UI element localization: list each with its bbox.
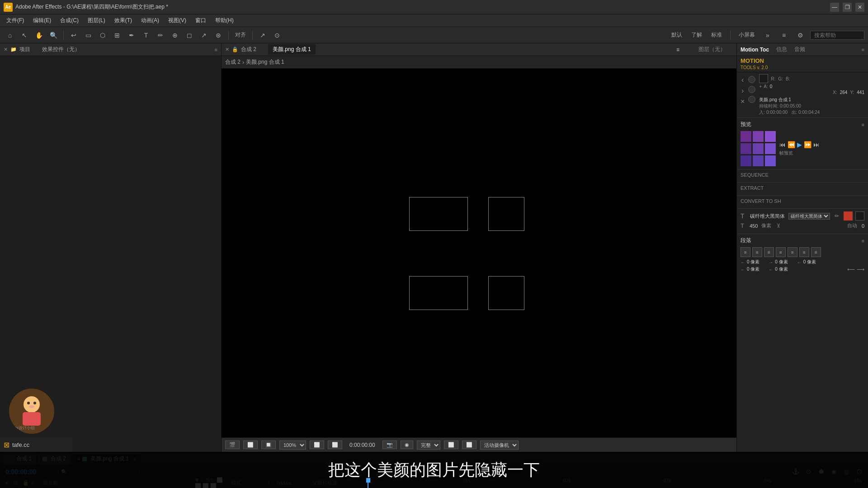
menu-view[interactable]: 视图(V)	[164, 15, 191, 26]
minimize-button[interactable]: —	[830, 3, 839, 12]
snap-tool[interactable]: ↗	[256, 29, 269, 42]
mt-circle-3[interactable]	[748, 96, 755, 103]
transform-tool[interactable]: ⊞	[111, 29, 123, 42]
hand-tool[interactable]: ✋	[33, 29, 45, 42]
comp-filmstrip-btn[interactable]: 🎬	[225, 441, 240, 449]
comp-fit-btn[interactable]: ⬜	[310, 441, 324, 449]
align-center[interactable]: ≡	[752, 247, 762, 257]
select-tool[interactable]: ↖	[18, 29, 31, 42]
3d-tool[interactable]: ⊙	[271, 29, 283, 42]
menu-effect[interactable]: 效果(T)	[110, 15, 137, 26]
roto-tool[interactable]: ↗	[198, 29, 210, 42]
workspace-menu[interactable]: ≡	[778, 29, 790, 42]
motion-toc-tab[interactable]: Motion Toc	[741, 47, 769, 53]
close-button[interactable]: ✕	[855, 3, 864, 12]
mt-nav-right[interactable]: ›	[741, 87, 745, 95]
zoom-select[interactable]: 100% 50% 200%	[279, 441, 306, 450]
color-cell-7[interactable]	[741, 155, 751, 166]
project-panel-close[interactable]: ✕	[4, 47, 8, 52]
skip-back-button[interactable]: ⏮	[779, 141, 786, 148]
workspace-standard[interactable]: 标准	[708, 31, 725, 39]
mt-circle-1[interactable]	[748, 76, 755, 83]
color-cell-1[interactable]	[741, 131, 751, 142]
font-color-swatch-2[interactable]	[855, 211, 864, 221]
title-bar-controls[interactable]: — ❐ ✕	[830, 3, 864, 12]
para-ltr-btn[interactable]: ⟶	[857, 266, 864, 272]
camera-select[interactable]: 活动摄像机	[480, 441, 519, 450]
workspace-default[interactable]: 默认	[669, 31, 685, 39]
font-color-swatch[interactable]	[844, 211, 853, 221]
home-tool[interactable]: ⌂	[4, 29, 16, 42]
comp-color-btn[interactable]: ◉	[401, 441, 413, 449]
composition-viewer[interactable]	[222, 69, 736, 437]
menu-layer[interactable]: 图层(L)	[83, 15, 110, 26]
workspace-learn[interactable]: 了解	[689, 31, 705, 39]
shape-tool[interactable]: ⬡	[96, 29, 109, 42]
color-cell-3[interactable]	[765, 131, 776, 142]
search-help-input[interactable]	[810, 31, 864, 40]
mt-color-swatch[interactable]	[759, 74, 768, 83]
para-rtl-btn[interactable]: ⟵	[847, 266, 855, 272]
font-edit-btn[interactable]: ✏	[835, 213, 839, 219]
comp-panel-close[interactable]: ✕	[225, 47, 229, 52]
comp-tab-active[interactable]: 美颜.png 合成 1	[268, 44, 316, 55]
comp-safe-btn[interactable]: ⬜	[328, 441, 342, 449]
clone-tool[interactable]: ⊕	[169, 29, 181, 42]
menu-animation[interactable]: 动画(A)	[137, 15, 164, 26]
play-button[interactable]: ▶	[797, 141, 802, 148]
color-cell-4[interactable]	[741, 143, 751, 154]
quality-select[interactable]: 完整 一半	[417, 441, 440, 450]
menu-file[interactable]: 文件(F)	[2, 15, 28, 26]
maximize-button[interactable]: ❐	[843, 3, 852, 12]
comp-panel-menu[interactable]: ≡	[676, 47, 679, 53]
undo-tool[interactable]: ↩	[67, 29, 80, 42]
color-cell-2[interactable]	[753, 131, 764, 142]
align-right[interactable]: ≡	[764, 247, 774, 257]
menu-edit[interactable]: 编辑(E)	[28, 15, 56, 26]
right-panel-menu[interactable]: ≡	[862, 47, 864, 52]
comp-tab-2[interactable]: 合成 2	[241, 46, 256, 53]
eraser-tool[interactable]: ◻	[183, 29, 196, 42]
mt-circle-2[interactable]	[748, 86, 755, 93]
color-cell-9[interactable]	[765, 155, 776, 166]
preview-menu-icon[interactable]: ≡	[862, 122, 864, 127]
pen-tool[interactable]: ✒	[125, 29, 138, 42]
comp-size-btn[interactable]: ⬜	[444, 441, 458, 449]
step-back-button[interactable]: ⏪	[788, 141, 795, 148]
info-tab[interactable]: 信息	[776, 46, 787, 53]
zoom-tool[interactable]: 🔍	[47, 29, 60, 42]
para-menu[interactable]: ≡	[862, 238, 864, 244]
align-justify-all[interactable]: ≡	[811, 247, 821, 257]
align-justify-right[interactable]: ≡	[788, 247, 797, 257]
rect-tool[interactable]: ▭	[82, 29, 94, 42]
color-cell-8[interactable]	[753, 155, 764, 166]
align-justify-center[interactable]: ≡	[799, 247, 809, 257]
comp-viewer-btn[interactable]: ⬜	[462, 441, 476, 449]
mt-nav-arrows[interactable]: ‹ › ×	[741, 74, 745, 106]
audio-tab[interactable]: 音频	[794, 46, 805, 53]
expand-workspaces[interactable]: »	[761, 29, 774, 42]
skip-fwd-button[interactable]: ⏭	[813, 141, 820, 148]
text-tool[interactable]: T	[140, 29, 152, 42]
comp-grid-btn[interactable]: ⬜	[243, 441, 258, 449]
menu-help[interactable]: 帮助(H)	[211, 15, 238, 26]
puppet-tool[interactable]: ⊛	[212, 29, 225, 42]
align-left[interactable]: ≡	[741, 247, 750, 257]
mt-nav-x[interactable]: ×	[741, 98, 745, 106]
color-cell-5[interactable]	[753, 143, 764, 154]
left-panel-menu[interactable]: ≡	[215, 47, 217, 52]
align-justify[interactable]: ≡	[776, 247, 786, 257]
comp-channels-btn[interactable]: 🔲	[261, 441, 276, 449]
font-select[interactable]: 碳纤维大黑简体	[788, 213, 830, 220]
brush-tool[interactable]: ✏	[154, 29, 167, 42]
step-fwd-button[interactable]: ⏩	[804, 141, 811, 148]
menu-window[interactable]: 窗口	[191, 15, 211, 26]
menu-composition[interactable]: 合成(C)	[56, 15, 83, 26]
color-cell-6[interactable]	[765, 143, 776, 154]
comp-snapshot-btn[interactable]: 📷	[382, 441, 397, 449]
breadcrumb-current[interactable]: 美颜.png 合成 1	[246, 58, 284, 66]
workspace-small[interactable]: 小屏幕	[736, 31, 758, 39]
mt-nav-left[interactable]: ‹	[741, 76, 745, 84]
breadcrumb-comp2[interactable]: 合成 2	[225, 58, 241, 66]
sync-settings[interactable]: ⚙	[794, 29, 807, 42]
